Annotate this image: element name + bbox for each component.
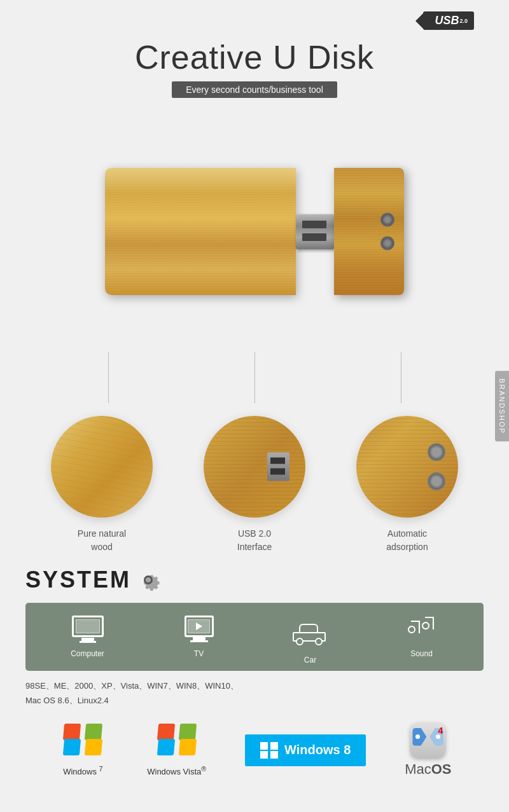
detail-cap: Automaticadsorption	[344, 416, 471, 554]
os-logos: Windows 7 Windows Vista®	[25, 717, 484, 784]
music-note-1	[411, 621, 420, 633]
compat-label-tv: TV	[194, 649, 204, 658]
win8-q2	[270, 742, 278, 750]
car-wheel-left	[296, 638, 303, 645]
macos-label: MacOS	[405, 761, 451, 778]
monitor-base	[80, 641, 96, 643]
detail-circle-usb	[204, 416, 305, 518]
os-text: 98SE、ME、2000、XP、Vista、WIN7、WIN8、WIN10、 M…	[25, 671, 484, 713]
music-note-2	[425, 617, 434, 630]
car-icon	[293, 616, 328, 650]
usb-connector	[296, 214, 334, 249]
tv-screen	[188, 619, 210, 633]
detail-circle-cap	[356, 416, 458, 518]
system-section: SYSTEM Computer	[0, 557, 509, 784]
system-title-row: SYSTEM	[25, 567, 484, 593]
win8-text: Windows 8	[284, 743, 351, 757]
win7-q1	[63, 724, 81, 740]
vista-flag	[151, 724, 202, 762]
detail-label-wood: Pure naturalwood	[78, 527, 126, 554]
car-wheel-right	[315, 638, 323, 645]
vista-flag-inner	[158, 724, 196, 759]
usb-cap	[334, 168, 404, 295]
monitor	[72, 616, 104, 637]
line-2	[254, 352, 255, 403]
system-label: SYSTEM	[25, 567, 131, 593]
computer-icon	[70, 616, 105, 644]
monitor-screen	[76, 619, 100, 633]
detail-label-usb: USB 2.0Interface	[237, 527, 272, 554]
usb-label: USB	[435, 14, 459, 27]
compat-computer: Computer	[70, 616, 105, 658]
car-icon-shape	[293, 624, 326, 643]
gear-icon	[136, 568, 160, 592]
macos-logo-inner: 4 MacOS	[405, 723, 451, 778]
line-3	[401, 352, 401, 403]
detail-label-cap: Automaticadsorption	[386, 527, 428, 554]
car-body	[293, 624, 326, 643]
computer-icon-shape	[70, 616, 105, 643]
windows7-logo: Windows 7	[57, 724, 108, 776]
compat-tv: TV	[181, 616, 216, 658]
brandshop-tab: BRANDSHOP	[495, 371, 509, 442]
vista-q3	[157, 739, 175, 755]
windows8-logo: Windows 8	[245, 734, 366, 766]
inner-hole-2	[428, 472, 445, 490]
usb-badge: USB 2.0	[423, 11, 474, 30]
compat-sound: Sound	[404, 616, 439, 658]
vista-label: Windows Vista®	[147, 765, 206, 776]
cap-hole-2	[380, 237, 394, 251]
win8-q1	[260, 742, 268, 750]
cap-detail-holes	[428, 443, 445, 490]
tv-icon-shape	[181, 616, 216, 642]
win7-flag-inner	[64, 724, 102, 759]
win7-q4	[85, 739, 102, 755]
finder-icon: 4	[410, 723, 445, 758]
vista-q1	[157, 724, 175, 740]
product-image-area	[0, 111, 509, 352]
usb-drive	[76, 149, 433, 314]
detail-usb: USB 2.0Interface	[191, 416, 318, 554]
finder-number: 4	[438, 726, 443, 736]
win7-flag	[57, 724, 108, 762]
vista-q4	[179, 739, 197, 755]
win7-q2	[85, 724, 102, 740]
details-section: Pure naturalwood USB 2.0Interface Automa…	[0, 416, 509, 554]
main-title: Creative U Disk	[25, 38, 484, 76]
win8-tile: Windows 8	[245, 734, 366, 766]
usb-version: 2.0	[459, 18, 468, 24]
sound-icon-shape	[404, 616, 439, 641]
win8-q4	[270, 751, 278, 759]
compat-label-sound: Sound	[410, 649, 433, 658]
detail-wood: Pure naturalwood	[38, 416, 165, 554]
inner-hole-1	[428, 443, 445, 461]
usb-inner	[267, 453, 289, 481]
windows-vista-logo: Windows Vista®	[147, 724, 206, 776]
cap-hole-1	[380, 213, 394, 227]
connector-lines	[0, 352, 509, 403]
win7-label: Windows 7	[63, 765, 102, 776]
tv-body	[185, 616, 214, 637]
cap-holes	[380, 213, 394, 251]
win8-q3	[260, 751, 268, 759]
header: USB 2.0 Creative U Disk Every second cou…	[0, 0, 509, 104]
note-container	[407, 616, 436, 641]
win7-q3	[63, 739, 81, 755]
compat-label-computer: Computer	[71, 649, 104, 658]
tv-play-icon	[196, 623, 202, 630]
subtitle-bar: Every second counts/business tool	[172, 81, 337, 98]
detail-circle-wood	[51, 416, 153, 518]
compat-car: Car	[293, 616, 328, 664]
line-1	[108, 352, 109, 403]
compat-label-car: Car	[304, 656, 316, 664]
tv-icon	[181, 616, 216, 644]
usb-body	[105, 168, 296, 295]
compat-bar: Computer TV	[25, 603, 484, 671]
sound-icon	[404, 616, 439, 644]
vista-q2	[179, 724, 197, 740]
tv-base	[190, 640, 208, 642]
win8-icon	[260, 742, 278, 759]
macos-logo: 4 MacOS	[405, 723, 451, 778]
